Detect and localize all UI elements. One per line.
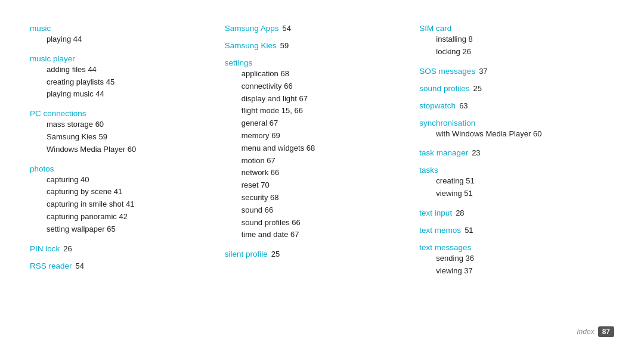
- sub-item: motion 67: [242, 155, 408, 167]
- sub-item: network 66: [242, 167, 408, 179]
- sub-item: menu and widgets 68: [242, 142, 408, 155]
- sub-item: Samsung Kies 59: [47, 131, 213, 144]
- sub-item: Windows Media Player 60: [47, 144, 213, 156]
- footer-page: 87: [598, 326, 614, 337]
- sub-item: playing music 44: [47, 88, 213, 101]
- sub-item: sound profiles 66: [242, 217, 408, 229]
- entry-subs: installing 8locking 26: [419, 33, 602, 58]
- sub-item: reset 70: [242, 179, 408, 192]
- entry-subs: sending 36viewing 37: [419, 253, 602, 278]
- page-content: musicplaying 44music playeradding files …: [0, 0, 644, 349]
- index-entry: settingsapplication 68connectivity 66dis…: [225, 58, 408, 241]
- index-entry: PC connectionsmass storage 60Samsung Kie…: [30, 109, 213, 155]
- index-entry-inline: sound profiles25: [419, 84, 602, 93]
- index-entry-inline: Samsung Kies59: [225, 41, 408, 50]
- entry-header: SOS messages: [419, 67, 475, 76]
- sub-item: capturing 40: [47, 174, 213, 186]
- entry-page-num: 37: [479, 67, 487, 76]
- footer: Index 87: [577, 326, 614, 337]
- entry-header: tasks: [419, 166, 602, 174]
- sub-item: installing 8: [436, 33, 602, 46]
- sub-item: security 68: [242, 192, 408, 204]
- entry-header: photos: [30, 164, 213, 173]
- sub-item: adding files 44: [47, 64, 213, 76]
- entry-header: text messages: [419, 243, 602, 252]
- index-entry-inline: SOS messages37: [419, 67, 602, 76]
- column-2: Samsung Apps54Samsung Kies59settingsappl…: [225, 24, 420, 325]
- entry-page-num: 51: [465, 226, 473, 235]
- sub-item: application 68: [242, 68, 408, 80]
- entry-page-num: 26: [63, 244, 72, 253]
- sub-item: display and light 67: [242, 93, 408, 105]
- entry-header: silent profile: [225, 250, 268, 258]
- entry-header: settings: [225, 58, 408, 67]
- entry-header: synchronisation: [419, 119, 602, 127]
- entry-header: music: [30, 24, 213, 33]
- index-entry: musicplaying 44: [30, 24, 213, 46]
- sub-item: general 67: [242, 117, 408, 130]
- entry-page-num: 54: [76, 261, 84, 270]
- sub-item: memory 69: [242, 130, 408, 142]
- sub-item: mass storage 60: [47, 119, 213, 131]
- entry-header: music player: [30, 54, 213, 63]
- entry-header: task manager: [419, 148, 468, 157]
- entry-header: SIM card: [419, 24, 602, 33]
- sub-item: capturing by scene 41: [47, 186, 213, 198]
- sub-item: time and date 67: [242, 229, 408, 241]
- index-entry-inline: Samsung Apps54: [225, 24, 408, 33]
- entry-page-num: 54: [282, 24, 290, 33]
- entry-subs: adding files 44creating playlists 45play…: [30, 64, 213, 101]
- index-entry: taskscreating 51viewing 51: [419, 166, 602, 200]
- entry-page-num: 28: [456, 208, 464, 217]
- index-entry: photoscapturing 40capturing by scene 41c…: [30, 164, 213, 236]
- index-entry-inline: text memos51: [419, 226, 602, 235]
- entry-header: RSS reader: [30, 261, 72, 270]
- entry-page-num: 25: [271, 250, 280, 258]
- column-1: musicplaying 44music playeradding files …: [30, 24, 225, 325]
- entry-subs: capturing 40capturing by scene 41capturi…: [30, 174, 213, 236]
- entry-header: Samsung Kies: [225, 41, 277, 50]
- sub-item: viewing 51: [436, 188, 602, 200]
- entry-header: PC connections: [30, 109, 213, 118]
- entry-page-num: 59: [280, 41, 289, 50]
- sub-item: capturing in smile shot 41: [47, 198, 213, 211]
- entry-page-num: 23: [472, 148, 480, 157]
- index-entry: music playeradding files 44creating play…: [30, 54, 213, 101]
- entry-header: Samsung Apps: [225, 24, 279, 33]
- entry-header: text memos: [419, 226, 461, 235]
- entry-header: text input: [419, 208, 452, 217]
- entry-page-num: 63: [459, 101, 467, 110]
- sub-item: sending 36: [436, 253, 602, 265]
- sub-item: sound 66: [242, 204, 408, 217]
- index-entry-inline: PIN lock26: [30, 244, 213, 253]
- entry-subs: creating 51viewing 51: [419, 175, 602, 200]
- entry-header: sound profiles: [419, 84, 469, 93]
- sub-item: locking 26: [436, 46, 602, 58]
- entry-subs: application 68connectivity 66display and…: [225, 68, 408, 241]
- entry-page-num: 25: [473, 84, 481, 93]
- sub-item: with Windows Media Player 60: [436, 128, 602, 141]
- sub-item: creating playlists 45: [47, 76, 213, 89]
- index-entry: SIM cardinstalling 8locking 26: [419, 24, 602, 58]
- entry-header: stopwatch: [419, 101, 456, 110]
- entry-subs: playing 44: [30, 33, 213, 46]
- index-entry-inline: text input28: [419, 208, 602, 217]
- sub-item: playing 44: [47, 33, 213, 46]
- sub-item: creating 51: [436, 175, 602, 188]
- sub-item: capturing panoramic 42: [47, 211, 213, 223]
- index-entry-inline: task manager23: [419, 148, 602, 157]
- sub-item: setting wallpaper 65: [47, 223, 213, 236]
- index-entry: text messagessending 36viewing 37: [419, 243, 602, 278]
- entry-subs: mass storage 60Samsung Kies 59Windows Me…: [30, 119, 213, 155]
- index-entry-inline: silent profile25: [225, 250, 408, 258]
- entry-subs: with Windows Media Player 60: [419, 128, 602, 141]
- index-entry-inline: RSS reader54: [30, 261, 213, 270]
- column-3: SIM cardinstalling 8locking 26SOS messag…: [419, 24, 614, 325]
- index-entry: synchronisationwith Windows Media Player…: [419, 119, 602, 141]
- sub-item: viewing 37: [436, 265, 602, 278]
- sub-item: flight mode 15, 66: [242, 105, 408, 117]
- entry-header: PIN lock: [30, 244, 60, 253]
- footer-label: Index: [577, 328, 594, 336]
- index-entry-inline: stopwatch63: [419, 101, 602, 110]
- sub-item: connectivity 66: [242, 80, 408, 93]
